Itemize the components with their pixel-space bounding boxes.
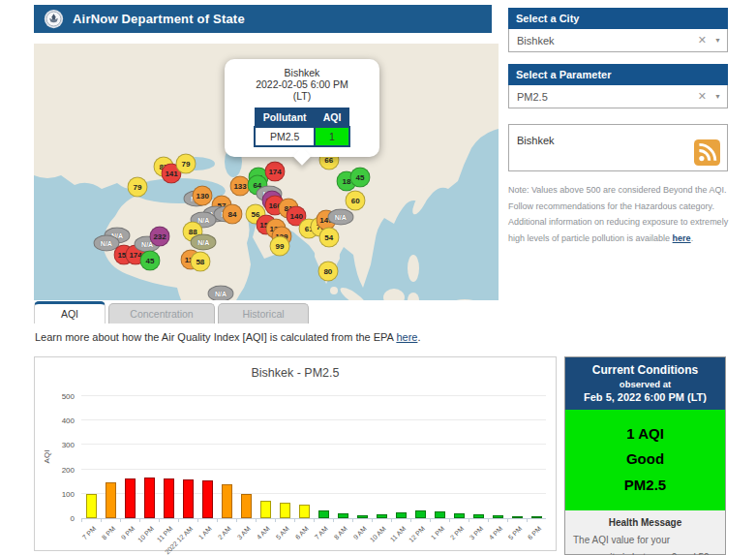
popup-pollutant-table: Pollutant AQI PM2.5 1 bbox=[254, 108, 350, 147]
map-marker[interactable]: 232 bbox=[150, 227, 170, 247]
x-axis-label: 8 AM bbox=[333, 525, 348, 540]
health-message-text: The AQI value for your community is betw… bbox=[565, 530, 725, 555]
x-axis-label: 7 PM bbox=[80, 525, 97, 541]
x-axis-label: 3 PM bbox=[468, 525, 484, 541]
popup-pollutant-header: Pollutant bbox=[255, 108, 315, 128]
health-message-header: Health Message bbox=[565, 510, 725, 530]
x-axis-label: 9 AM bbox=[352, 525, 368, 540]
clear-parameter-icon[interactable]: ✕ bbox=[698, 90, 707, 103]
learn-more-here-link[interactable]: here bbox=[396, 331, 417, 343]
world-map[interactable]: 798714179N/A13057N/AN/A84N/A88N/A1135813… bbox=[34, 44, 499, 300]
x-axis-label: 12 PM bbox=[408, 525, 426, 543]
parameter-select[interactable]: PM2.5 ✕ ▼ bbox=[508, 85, 728, 108]
chart-bar[interactable] bbox=[318, 510, 329, 518]
chart-bar[interactable] bbox=[357, 515, 368, 518]
x-axis-label: 10 AM bbox=[369, 525, 387, 543]
y-axis-tick: 500 bbox=[62, 392, 75, 401]
map-marker[interactable]: 45 bbox=[349, 168, 370, 188]
x-axis-label: 5 AM bbox=[275, 525, 290, 540]
parameter-select-value: PM2.5 bbox=[517, 91, 698, 103]
chart-bar[interactable] bbox=[241, 494, 252, 518]
chart-bar[interactable] bbox=[183, 479, 194, 518]
chart-bar[interactable] bbox=[531, 516, 542, 518]
state-department-seal-icon bbox=[44, 9, 64, 29]
chart-y-axis-label: AQI bbox=[43, 450, 51, 464]
current-conditions-panel: Current Conditions observed at Feb 5, 20… bbox=[564, 356, 726, 555]
city-dropdown-caret-icon[interactable]: ▼ bbox=[714, 37, 721, 44]
city-select-value: Bishkek bbox=[517, 35, 698, 46]
chart-title: Bishkek - PM2.5 bbox=[35, 366, 556, 380]
current-conditions-header: Current Conditions observed at Feb 5, 20… bbox=[565, 357, 725, 410]
parameter-panel-title: Select a Parameter bbox=[508, 64, 728, 85]
note-here-link[interactable]: here bbox=[673, 233, 691, 243]
chart-bar[interactable] bbox=[415, 510, 426, 518]
map-marker[interactable]: N/A bbox=[191, 234, 217, 251]
popup-pollutant-value: PM2.5 bbox=[255, 127, 315, 146]
current-aqi-parameter: PM2.5 bbox=[565, 473, 725, 498]
x-axis-label: 2 PM bbox=[448, 525, 465, 541]
chart-bar[interactable] bbox=[106, 482, 116, 518]
y-axis-tick: 200 bbox=[62, 465, 75, 474]
chart-bar[interactable] bbox=[493, 515, 503, 518]
tab-historical[interactable]: Historical bbox=[218, 303, 309, 324]
x-axis-label: 5 PM bbox=[506, 525, 523, 541]
app-header: AirNow Department of State bbox=[34, 5, 492, 33]
map-marker[interactable]: 174 bbox=[265, 161, 286, 181]
map-marker[interactable]: 58 bbox=[190, 251, 210, 271]
map-marker[interactable]: N/A bbox=[207, 286, 233, 300]
chart-bar[interactable] bbox=[512, 516, 523, 518]
current-aqi-block: 1 AQI Good PM2.5 bbox=[565, 410, 725, 510]
map-popup: Bishkek 2022-02-05 6:00 PM (LT) Pollutan… bbox=[225, 59, 379, 157]
map-marker[interactable]: 79 bbox=[128, 176, 148, 197]
chart-bar[interactable] bbox=[377, 514, 387, 518]
tab-aqi[interactable]: AQI bbox=[34, 301, 106, 324]
chart-bar[interactable] bbox=[260, 501, 271, 518]
tab-concentration[interactable]: Concentration bbox=[108, 303, 215, 324]
popup-aqi-value: 1 bbox=[315, 127, 349, 146]
map-marker[interactable]: 80 bbox=[318, 262, 338, 282]
chart-bar[interactable] bbox=[435, 511, 445, 518]
map-marker[interactable]: 45 bbox=[140, 250, 161, 270]
parameter-panel: Select a Parameter PM2.5 ✕ ▼ bbox=[508, 64, 728, 108]
x-axis-label: 3 AM bbox=[236, 525, 252, 540]
rss-icon[interactable] bbox=[694, 139, 720, 166]
chart-bar[interactable] bbox=[280, 503, 290, 518]
chart-x-axis: 7 PM8 PM9 PM10 PM11 PM2022 12 AM1 AM2 AM… bbox=[81, 519, 546, 551]
chart-bar[interactable] bbox=[164, 478, 174, 518]
map-marker[interactable]: 79 bbox=[175, 154, 196, 174]
chart-bar[interactable] bbox=[299, 505, 310, 518]
chart-bar[interactable] bbox=[86, 494, 97, 518]
x-axis-label: 9 PM bbox=[119, 525, 136, 541]
map-marker[interactable]: 54 bbox=[318, 228, 339, 248]
chart-bar[interactable] bbox=[454, 513, 465, 518]
map-marker[interactable]: 130 bbox=[193, 185, 213, 205]
chart-bar[interactable] bbox=[222, 484, 232, 518]
map-marker[interactable]: 60 bbox=[346, 190, 366, 210]
x-axis-label: 4 AM bbox=[256, 525, 271, 540]
map-marker[interactable]: 99 bbox=[269, 236, 289, 257]
x-axis-label: 6 PM bbox=[526, 525, 542, 541]
map-marker[interactable]: 84 bbox=[222, 203, 242, 224]
tab-bar: AQI Concentration Historical bbox=[34, 301, 312, 324]
chart-bar[interactable] bbox=[144, 478, 155, 518]
parameter-dropdown-caret-icon[interactable]: ▼ bbox=[714, 93, 721, 100]
city-panel-title: Select a City bbox=[508, 8, 728, 29]
popup-lt: (LT) bbox=[230, 90, 374, 102]
chart-bar[interactable] bbox=[338, 513, 348, 518]
popup-datetime: 2022-02-05 6:00 PM bbox=[230, 78, 374, 90]
chart-bar[interactable] bbox=[125, 478, 136, 518]
rss-feed-box: Bishkek bbox=[508, 124, 728, 171]
airnow-page: AirNow Department of State bbox=[0, 0, 756, 555]
learn-more-text: Learn more about how the Air Quality Ind… bbox=[35, 331, 420, 343]
chart-bar[interactable] bbox=[202, 480, 213, 518]
city-select[interactable]: Bishkek ✕ ▼ bbox=[508, 29, 728, 52]
map-marker[interactable]: N/A bbox=[327, 208, 353, 225]
x-axis-label: 6 AM bbox=[294, 525, 310, 540]
chart-bar[interactable] bbox=[473, 514, 484, 518]
x-axis-label: 2 AM bbox=[217, 525, 232, 540]
y-axis-tick: 0 bbox=[71, 514, 75, 523]
chart-bar[interactable] bbox=[396, 512, 407, 518]
aqi-note: Note: Values above 500 are considered Be… bbox=[508, 182, 729, 247]
clear-city-icon[interactable]: ✕ bbox=[698, 34, 707, 46]
y-axis-tick: 100 bbox=[62, 489, 75, 498]
